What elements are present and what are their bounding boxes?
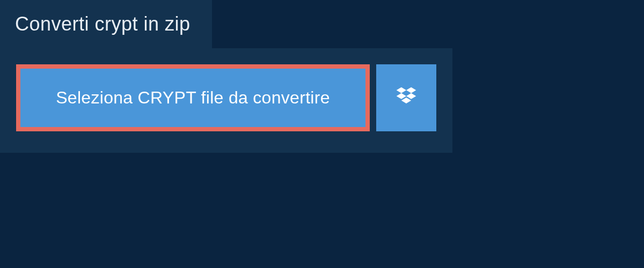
conversion-panel: Seleziona CRYPT file da convertire bbox=[0, 48, 452, 153]
page-title: Converti crypt in zip bbox=[15, 13, 191, 35]
select-file-label: Seleziona CRYPT file da convertire bbox=[56, 88, 330, 108]
dropbox-icon bbox=[394, 85, 418, 111]
dropbox-button[interactable] bbox=[376, 64, 436, 131]
select-file-button[interactable]: Seleziona CRYPT file da convertire bbox=[16, 64, 370, 131]
page-title-tab: Converti crypt in zip bbox=[0, 0, 212, 48]
